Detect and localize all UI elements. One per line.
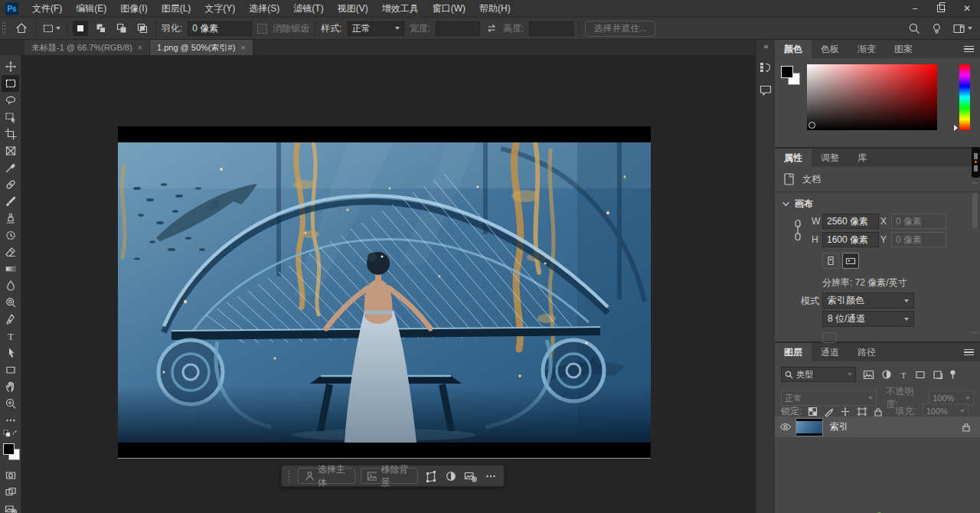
- tab-libraries[interactable]: 库: [848, 149, 876, 167]
- object-selection-tool[interactable]: [2, 109, 19, 126]
- add-selection-mode-button[interactable]: [93, 21, 109, 36]
- discover-bulb-icon[interactable]: [930, 22, 943, 35]
- brush-tool[interactable]: [2, 193, 19, 210]
- lasso-tool[interactable]: [2, 92, 19, 109]
- lock-position-icon[interactable]: [840, 407, 851, 417]
- lock-pixels-icon[interactable]: [824, 407, 834, 417]
- filter-adjustment-icon[interactable]: [881, 369, 892, 380]
- orientation-landscape-button[interactable]: [842, 253, 859, 269]
- add-image-button[interactable]: [463, 469, 478, 484]
- menu-item-file[interactable]: 文件(F): [25, 0, 69, 17]
- panel-scrubber[interactable]: [972, 147, 980, 178]
- lock-artboard-icon[interactable]: [857, 407, 867, 417]
- menu-item-image[interactable]: 图像(I): [113, 0, 154, 17]
- crop-tool[interactable]: [2, 126, 19, 142]
- subtract-selection-mode-button[interactable]: [114, 21, 129, 36]
- hand-tool[interactable]: [2, 378, 19, 395]
- tab-untitled-1[interactable]: 未标题-1 @ 66.7%(RGB/8) ×: [24, 40, 150, 55]
- spot-healing-brush-tool[interactable]: [2, 176, 19, 193]
- scroll-thumb[interactable]: [972, 193, 978, 228]
- menu-item-window[interactable]: 窗口(W): [426, 0, 472, 17]
- canvas-width-input[interactable]: 2560 像素: [822, 214, 879, 229]
- adjustments-button[interactable]: [443, 469, 458, 484]
- menu-item-plugins[interactable]: 增效工具: [375, 0, 426, 17]
- filter-smart-object-icon[interactable]: [933, 370, 942, 380]
- frame-tool[interactable]: [2, 142, 19, 159]
- eyedropper-tool[interactable]: [2, 159, 19, 176]
- capture-export-button[interactable]: [2, 501, 19, 513]
- intersect-selection-mode-button[interactable]: [135, 21, 150, 36]
- search-icon[interactable]: [908, 22, 921, 35]
- blur-tool[interactable]: [2, 277, 19, 294]
- tab-color[interactable]: 颜色: [775, 40, 812, 58]
- tab-channels[interactable]: 通道: [812, 343, 848, 361]
- new-selection-mode-button[interactable]: [73, 21, 88, 36]
- gradient-tool[interactable]: [2, 260, 19, 277]
- transform-button[interactable]: [423, 469, 438, 484]
- minimize-button[interactable]: –: [902, 0, 928, 17]
- move-tool[interactable]: [2, 58, 19, 75]
- artboard-checkbox[interactable]: [822, 332, 836, 343]
- lock-transparency-icon[interactable]: [808, 407, 818, 417]
- saturation-brightness-field[interactable]: [807, 64, 937, 130]
- tab-layers[interactable]: 图层: [775, 343, 812, 361]
- layer-thumbnail[interactable]: [795, 418, 823, 436]
- canvas-section-header[interactable]: 画布: [782, 198, 813, 211]
- type-tool[interactable]: T: [2, 328, 19, 345]
- filter-image-icon[interactable]: [863, 370, 874, 380]
- tab-1png[interactable]: 1.png @ 50%(索引#) ×: [150, 40, 253, 55]
- scroll-up-icon[interactable]: ︿: [972, 179, 978, 185]
- open-document[interactable]: [118, 126, 651, 459]
- tab-untitled-1-close-icon[interactable]: ×: [138, 43, 142, 52]
- layer-row-indexed[interactable]: 索引: [775, 417, 980, 437]
- style-select[interactable]: 正常: [348, 21, 404, 36]
- history-brush-tool[interactable]: [2, 227, 19, 243]
- workspace-switcher[interactable]: [952, 23, 972, 34]
- feather-input[interactable]: 0 像素: [188, 21, 252, 36]
- foreground-color-swatch[interactable]: [3, 443, 15, 455]
- layer-visibility-toggle[interactable]: [775, 422, 795, 432]
- menu-item-edit[interactable]: 编辑(E): [69, 0, 113, 17]
- comments-panel-button[interactable]: [758, 83, 773, 98]
- tab-swatches[interactable]: 色板: [812, 40, 848, 58]
- scroll-down-icon[interactable]: ﹀: [972, 331, 978, 337]
- pen-tool[interactable]: [2, 311, 19, 328]
- menu-item-filter[interactable]: 滤镜(T): [286, 0, 330, 17]
- zoom-tool[interactable]: [2, 395, 19, 412]
- height-input[interactable]: [529, 21, 573, 36]
- dodge-tool[interactable]: [2, 294, 19, 311]
- properties-scrollbar[interactable]: ︿ ﹀: [972, 179, 978, 337]
- layer-filter-select[interactable]: 类型: [781, 367, 856, 382]
- current-tool-preset[interactable]: [41, 20, 61, 37]
- collapse-panels-button[interactable]: «: [763, 41, 767, 52]
- screen-mode-button[interactable]: [2, 484, 19, 501]
- taskbar-more-button[interactable]: [483, 469, 498, 484]
- select-and-mask-button[interactable]: 选择并遮住...: [585, 21, 655, 37]
- menu-item-type[interactable]: 文字(Y): [198, 0, 242, 17]
- menu-item-layer[interactable]: 图层(L): [155, 0, 198, 17]
- width-input[interactable]: [436, 21, 480, 36]
- default-swap-colors[interactable]: [2, 429, 20, 438]
- hue-slider[interactable]: [959, 64, 970, 130]
- tab-paths[interactable]: 路径: [848, 343, 885, 361]
- tab-1png-close-icon[interactable]: ×: [240, 43, 245, 52]
- options-grip[interactable]: [2, 21, 5, 35]
- bit-depth-select[interactable]: 8 位/通道: [822, 311, 914, 327]
- tab-gradients[interactable]: 渐变: [848, 40, 885, 58]
- remove-background-button[interactable]: 移除背景: [361, 468, 418, 484]
- home-button[interactable]: [12, 20, 30, 37]
- tab-properties[interactable]: 属性: [775, 149, 812, 167]
- rectangle-tool[interactable]: [2, 361, 19, 378]
- clone-stamp-tool[interactable]: [2, 210, 19, 227]
- path-selection-tool[interactable]: [2, 345, 19, 361]
- orientation-portrait-button[interactable]: [822, 253, 839, 269]
- canvas-workspace[interactable]: 选择主体 移除背景: [21, 55, 756, 513]
- canvas-height-input[interactable]: 1600 像素: [822, 232, 879, 247]
- history-panel-button[interactable]: [758, 60, 773, 75]
- link-dimensions-icon[interactable]: [793, 219, 802, 242]
- filter-type-icon[interactable]: T: [899, 370, 908, 380]
- filter-pin-icon[interactable]: [949, 369, 956, 380]
- restore-button[interactable]: [928, 0, 954, 17]
- hue-slider-arrow[interactable]: [954, 125, 958, 131]
- swap-dimensions-icon[interactable]: [485, 23, 498, 34]
